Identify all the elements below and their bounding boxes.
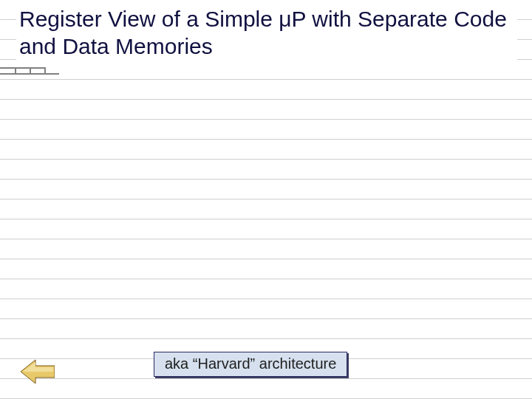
title-block: Register View of a Simple μP with Separa…	[16, 3, 517, 64]
slide-title: Register View of a Simple μP with Separa…	[19, 6, 514, 60]
decorative-rule-top	[0, 67, 44, 69]
back-arrow-button[interactable]	[21, 358, 55, 386]
caption-text: aka “Harvard” architecture	[165, 355, 336, 372]
decorative-tick	[30, 67, 31, 73]
slide: Register View of a Simple μP with Separa…	[0, 0, 532, 399]
left-arrow-icon	[21, 358, 55, 386]
decorative-tick	[15, 67, 16, 73]
decorative-tick	[44, 67, 46, 73]
caption-box: aka “Harvard” architecture	[154, 352, 347, 377]
decorative-rule-bottom	[0, 73, 59, 75]
